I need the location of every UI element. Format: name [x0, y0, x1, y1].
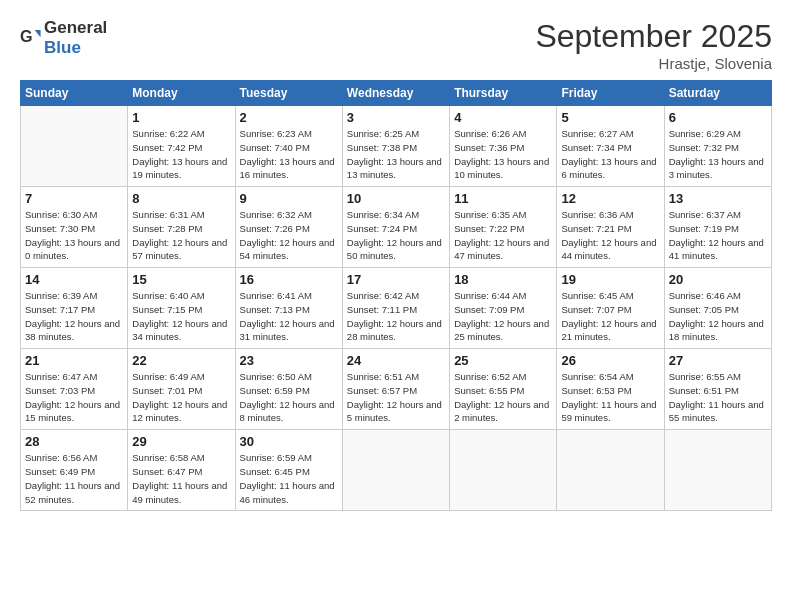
calendar-header: Sunday Monday Tuesday Wednesday Thursday…: [21, 81, 772, 106]
day-info: Sunrise: 6:39 AMSunset: 7:17 PMDaylight:…: [25, 289, 123, 344]
header: G General Blue September 2025 Hrastje, S…: [20, 18, 772, 72]
day-number: 6: [669, 110, 767, 125]
day-cell: 11Sunrise: 6:35 AMSunset: 7:22 PMDayligh…: [450, 187, 557, 268]
month-title: September 2025: [535, 18, 772, 55]
day-cell: 1Sunrise: 6:22 AMSunset: 7:42 PMDaylight…: [128, 106, 235, 187]
day-cell: 13Sunrise: 6:37 AMSunset: 7:19 PMDayligh…: [664, 187, 771, 268]
col-sunday: Sunday: [21, 81, 128, 106]
day-cell: 19Sunrise: 6:45 AMSunset: 7:07 PMDayligh…: [557, 268, 664, 349]
page: G General Blue September 2025 Hrastje, S…: [0, 0, 792, 612]
day-info: Sunrise: 6:41 AMSunset: 7:13 PMDaylight:…: [240, 289, 338, 344]
day-number: 5: [561, 110, 659, 125]
day-info: Sunrise: 6:50 AMSunset: 6:59 PMDaylight:…: [240, 370, 338, 425]
day-info: Sunrise: 6:54 AMSunset: 6:53 PMDaylight:…: [561, 370, 659, 425]
logo-general: General: [44, 18, 107, 37]
day-cell: 14Sunrise: 6:39 AMSunset: 7:17 PMDayligh…: [21, 268, 128, 349]
day-cell: 4Sunrise: 6:26 AMSunset: 7:36 PMDaylight…: [450, 106, 557, 187]
day-info: Sunrise: 6:45 AMSunset: 7:07 PMDaylight:…: [561, 289, 659, 344]
day-cell: 27Sunrise: 6:55 AMSunset: 6:51 PMDayligh…: [664, 349, 771, 430]
day-info: Sunrise: 6:34 AMSunset: 7:24 PMDaylight:…: [347, 208, 445, 263]
col-tuesday: Tuesday: [235, 81, 342, 106]
day-cell: 20Sunrise: 6:46 AMSunset: 7:05 PMDayligh…: [664, 268, 771, 349]
svg-marker-1: [35, 30, 41, 37]
day-info: Sunrise: 6:42 AMSunset: 7:11 PMDaylight:…: [347, 289, 445, 344]
day-cell: 5Sunrise: 6:27 AMSunset: 7:34 PMDaylight…: [557, 106, 664, 187]
day-cell: 30Sunrise: 6:59 AMSunset: 6:45 PMDayligh…: [235, 430, 342, 511]
day-number: 18: [454, 272, 552, 287]
day-info: Sunrise: 6:52 AMSunset: 6:55 PMDaylight:…: [454, 370, 552, 425]
day-info: Sunrise: 6:56 AMSunset: 6:49 PMDaylight:…: [25, 451, 123, 506]
day-cell: 28Sunrise: 6:56 AMSunset: 6:49 PMDayligh…: [21, 430, 128, 511]
day-number: 11: [454, 191, 552, 206]
title-block: September 2025 Hrastje, Slovenia: [535, 18, 772, 72]
day-number: 21: [25, 353, 123, 368]
day-number: 12: [561, 191, 659, 206]
day-cell: 25Sunrise: 6:52 AMSunset: 6:55 PMDayligh…: [450, 349, 557, 430]
col-friday: Friday: [557, 81, 664, 106]
day-cell: 9Sunrise: 6:32 AMSunset: 7:26 PMDaylight…: [235, 187, 342, 268]
day-number: 24: [347, 353, 445, 368]
day-cell: 24Sunrise: 6:51 AMSunset: 6:57 PMDayligh…: [342, 349, 449, 430]
day-number: 19: [561, 272, 659, 287]
day-info: Sunrise: 6:30 AMSunset: 7:30 PMDaylight:…: [25, 208, 123, 263]
day-number: 4: [454, 110, 552, 125]
day-cell: 15Sunrise: 6:40 AMSunset: 7:15 PMDayligh…: [128, 268, 235, 349]
day-cell: 17Sunrise: 6:42 AMSunset: 7:11 PMDayligh…: [342, 268, 449, 349]
day-number: 17: [347, 272, 445, 287]
day-info: Sunrise: 6:58 AMSunset: 6:47 PMDaylight:…: [132, 451, 230, 506]
col-monday: Monday: [128, 81, 235, 106]
day-cell: 16Sunrise: 6:41 AMSunset: 7:13 PMDayligh…: [235, 268, 342, 349]
day-cell: 10Sunrise: 6:34 AMSunset: 7:24 PMDayligh…: [342, 187, 449, 268]
day-cell: 18Sunrise: 6:44 AMSunset: 7:09 PMDayligh…: [450, 268, 557, 349]
day-info: Sunrise: 6:59 AMSunset: 6:45 PMDaylight:…: [240, 451, 338, 506]
day-info: Sunrise: 6:51 AMSunset: 6:57 PMDaylight:…: [347, 370, 445, 425]
day-cell: 26Sunrise: 6:54 AMSunset: 6:53 PMDayligh…: [557, 349, 664, 430]
day-info: Sunrise: 6:35 AMSunset: 7:22 PMDaylight:…: [454, 208, 552, 263]
day-number: 20: [669, 272, 767, 287]
day-cell: [557, 430, 664, 511]
day-cell: 8Sunrise: 6:31 AMSunset: 7:28 PMDaylight…: [128, 187, 235, 268]
day-cell: 3Sunrise: 6:25 AMSunset: 7:38 PMDaylight…: [342, 106, 449, 187]
day-info: Sunrise: 6:36 AMSunset: 7:21 PMDaylight:…: [561, 208, 659, 263]
week-row-5: 28Sunrise: 6:56 AMSunset: 6:49 PMDayligh…: [21, 430, 772, 511]
week-row-3: 14Sunrise: 6:39 AMSunset: 7:17 PMDayligh…: [21, 268, 772, 349]
day-number: 8: [132, 191, 230, 206]
day-number: 9: [240, 191, 338, 206]
week-row-4: 21Sunrise: 6:47 AMSunset: 7:03 PMDayligh…: [21, 349, 772, 430]
week-row-1: 1Sunrise: 6:22 AMSunset: 7:42 PMDaylight…: [21, 106, 772, 187]
day-info: Sunrise: 6:31 AMSunset: 7:28 PMDaylight:…: [132, 208, 230, 263]
day-cell: 29Sunrise: 6:58 AMSunset: 6:47 PMDayligh…: [128, 430, 235, 511]
day-cell: 12Sunrise: 6:36 AMSunset: 7:21 PMDayligh…: [557, 187, 664, 268]
day-number: 26: [561, 353, 659, 368]
day-cell: [450, 430, 557, 511]
week-row-2: 7Sunrise: 6:30 AMSunset: 7:30 PMDaylight…: [21, 187, 772, 268]
day-number: 15: [132, 272, 230, 287]
day-number: 3: [347, 110, 445, 125]
day-info: Sunrise: 6:22 AMSunset: 7:42 PMDaylight:…: [132, 127, 230, 182]
header-row: Sunday Monday Tuesday Wednesday Thursday…: [21, 81, 772, 106]
col-thursday: Thursday: [450, 81, 557, 106]
calendar-table: Sunday Monday Tuesday Wednesday Thursday…: [20, 80, 772, 511]
col-saturday: Saturday: [664, 81, 771, 106]
day-number: 22: [132, 353, 230, 368]
day-info: Sunrise: 6:40 AMSunset: 7:15 PMDaylight:…: [132, 289, 230, 344]
calendar-body: 1Sunrise: 6:22 AMSunset: 7:42 PMDaylight…: [21, 106, 772, 511]
day-info: Sunrise: 6:27 AMSunset: 7:34 PMDaylight:…: [561, 127, 659, 182]
day-info: Sunrise: 6:26 AMSunset: 7:36 PMDaylight:…: [454, 127, 552, 182]
day-number: 1: [132, 110, 230, 125]
col-wednesday: Wednesday: [342, 81, 449, 106]
day-number: 29: [132, 434, 230, 449]
day-number: 16: [240, 272, 338, 287]
logo-icon: G: [20, 27, 42, 49]
day-number: 27: [669, 353, 767, 368]
svg-text:G: G: [20, 27, 33, 45]
day-number: 25: [454, 353, 552, 368]
logo: G General Blue: [20, 18, 107, 58]
day-cell: [664, 430, 771, 511]
day-cell: 6Sunrise: 6:29 AMSunset: 7:32 PMDaylight…: [664, 106, 771, 187]
day-info: Sunrise: 6:49 AMSunset: 7:01 PMDaylight:…: [132, 370, 230, 425]
day-number: 7: [25, 191, 123, 206]
day-number: 30: [240, 434, 338, 449]
day-number: 14: [25, 272, 123, 287]
day-number: 13: [669, 191, 767, 206]
